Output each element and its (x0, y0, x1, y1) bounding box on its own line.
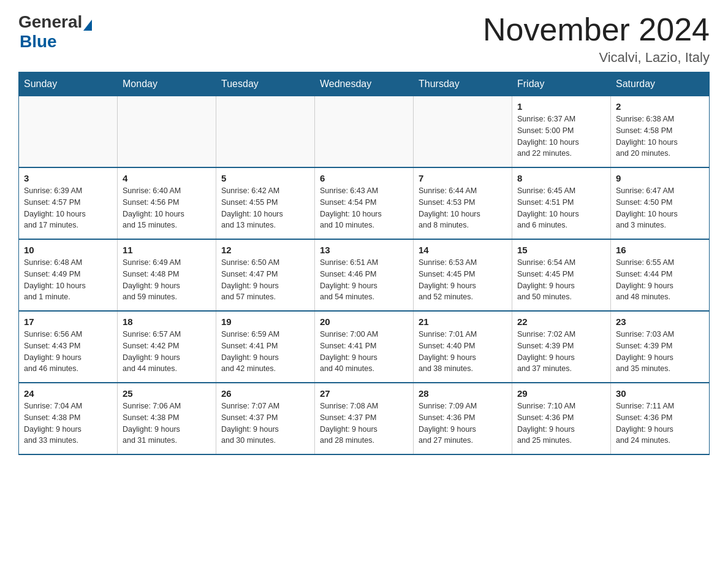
day-number: 21 (419, 316, 507, 327)
calendar-day-cell: 5Sunrise: 6:42 AMSunset: 4:55 PMDaylight… (216, 167, 315, 239)
weekday-header-row: SundayMondayTuesdayWednesdayThursdayFrid… (19, 72, 710, 96)
day-number: 10 (24, 245, 112, 255)
calendar-day-cell: 28Sunrise: 7:09 AMSunset: 4:36 PMDayligh… (414, 383, 512, 454)
calendar-day-cell: 21Sunrise: 7:01 AMSunset: 4:40 PMDayligh… (414, 311, 512, 383)
day-number: 11 (123, 245, 211, 255)
logo: General Blue (18, 12, 92, 52)
day-info: Sunrise: 7:09 AMSunset: 4:36 PMDaylight:… (419, 400, 507, 446)
day-info: Sunrise: 6:47 AMSunset: 4:50 PMDaylight:… (616, 185, 704, 231)
weekday-header-friday: Friday (512, 72, 611, 96)
calendar-day-cell (118, 96, 216, 168)
calendar-day-cell: 4Sunrise: 6:40 AMSunset: 4:56 PMDaylight… (118, 167, 216, 239)
calendar-week-row: 10Sunrise: 6:48 AMSunset: 4:49 PMDayligh… (19, 239, 710, 311)
day-info: Sunrise: 7:04 AMSunset: 4:38 PMDaylight:… (24, 400, 112, 446)
day-number: 22 (517, 316, 605, 327)
calendar-day-cell: 15Sunrise: 6:54 AMSunset: 4:45 PMDayligh… (512, 239, 611, 311)
calendar-day-cell: 19Sunrise: 6:59 AMSunset: 4:41 PMDayligh… (216, 311, 315, 383)
weekday-header-wednesday: Wednesday (315, 72, 414, 96)
day-info: Sunrise: 6:51 AMSunset: 4:46 PMDaylight:… (320, 257, 408, 303)
day-number: 15 (517, 245, 605, 255)
calendar-day-cell: 27Sunrise: 7:08 AMSunset: 4:37 PMDayligh… (315, 383, 414, 454)
calendar-day-cell (315, 96, 414, 168)
weekday-header-sunday: Sunday (19, 72, 118, 96)
day-number: 26 (221, 388, 309, 399)
calendar-day-cell: 22Sunrise: 7:02 AMSunset: 4:39 PMDayligh… (512, 311, 611, 383)
day-info: Sunrise: 7:01 AMSunset: 4:40 PMDaylight:… (419, 329, 507, 375)
calendar-day-cell (19, 96, 118, 168)
calendar-header: SundayMondayTuesdayWednesdayThursdayFrid… (19, 72, 710, 96)
calendar-table: SundayMondayTuesdayWednesdayThursdayFrid… (18, 72, 710, 455)
day-number: 16 (616, 245, 704, 255)
day-number: 6 (320, 173, 408, 183)
calendar-day-cell: 30Sunrise: 7:11 AMSunset: 4:36 PMDayligh… (611, 383, 710, 454)
day-info: Sunrise: 7:11 AMSunset: 4:36 PMDaylight:… (616, 400, 704, 446)
day-info: Sunrise: 7:08 AMSunset: 4:37 PMDaylight:… (320, 400, 408, 446)
day-number: 29 (517, 388, 605, 399)
day-info: Sunrise: 7:02 AMSunset: 4:39 PMDaylight:… (517, 329, 605, 375)
calendar-day-cell: 12Sunrise: 6:50 AMSunset: 4:47 PMDayligh… (216, 239, 315, 311)
calendar-day-cell (414, 96, 512, 168)
logo-blue-text: Blue (20, 32, 57, 52)
calendar-day-cell: 3Sunrise: 6:39 AMSunset: 4:57 PMDaylight… (19, 167, 118, 239)
day-number: 9 (616, 173, 704, 183)
day-number: 5 (221, 173, 309, 183)
day-info: Sunrise: 6:44 AMSunset: 4:53 PMDaylight:… (419, 185, 507, 231)
day-info: Sunrise: 6:42 AMSunset: 4:55 PMDaylight:… (221, 185, 309, 231)
weekday-header-saturday: Saturday (611, 72, 710, 96)
calendar-day-cell: 13Sunrise: 6:51 AMSunset: 4:46 PMDayligh… (315, 239, 414, 311)
day-number: 18 (123, 316, 211, 327)
day-number: 14 (419, 245, 507, 255)
day-info: Sunrise: 6:54 AMSunset: 4:45 PMDaylight:… (517, 257, 605, 303)
day-info: Sunrise: 6:38 AMSunset: 4:58 PMDaylight:… (616, 113, 704, 159)
calendar-day-cell: 8Sunrise: 6:45 AMSunset: 4:51 PMDaylight… (512, 167, 611, 239)
calendar-week-row: 3Sunrise: 6:39 AMSunset: 4:57 PMDaylight… (19, 167, 710, 239)
day-info: Sunrise: 6:57 AMSunset: 4:42 PMDaylight:… (123, 329, 211, 375)
day-info: Sunrise: 7:03 AMSunset: 4:39 PMDaylight:… (616, 329, 704, 375)
calendar-day-cell: 7Sunrise: 6:44 AMSunset: 4:53 PMDaylight… (414, 167, 512, 239)
day-info: Sunrise: 6:56 AMSunset: 4:43 PMDaylight:… (24, 329, 112, 375)
calendar-day-cell: 18Sunrise: 6:57 AMSunset: 4:42 PMDayligh… (118, 311, 216, 383)
calendar-day-cell: 6Sunrise: 6:43 AMSunset: 4:54 PMDaylight… (315, 167, 414, 239)
day-info: Sunrise: 7:00 AMSunset: 4:41 PMDaylight:… (320, 329, 408, 375)
calendar-day-cell: 1Sunrise: 6:37 AMSunset: 5:00 PMDaylight… (512, 96, 611, 168)
day-info: Sunrise: 7:07 AMSunset: 4:37 PMDaylight:… (221, 400, 309, 446)
day-number: 24 (24, 388, 112, 399)
title-area: November 2024 Vicalvi, Lazio, Italy (483, 12, 710, 66)
calendar-week-row: 17Sunrise: 6:56 AMSunset: 4:43 PMDayligh… (19, 311, 710, 383)
weekday-header-thursday: Thursday (414, 72, 512, 96)
day-number: 13 (320, 245, 408, 255)
day-info: Sunrise: 6:59 AMSunset: 4:41 PMDaylight:… (221, 329, 309, 375)
calendar-day-cell: 14Sunrise: 6:53 AMSunset: 4:45 PMDayligh… (414, 239, 512, 311)
day-number: 12 (221, 245, 309, 255)
calendar-day-cell: 23Sunrise: 7:03 AMSunset: 4:39 PMDayligh… (611, 311, 710, 383)
day-info: Sunrise: 6:48 AMSunset: 4:49 PMDaylight:… (24, 257, 112, 303)
calendar-day-cell: 17Sunrise: 6:56 AMSunset: 4:43 PMDayligh… (19, 311, 118, 383)
calendar-day-cell: 2Sunrise: 6:38 AMSunset: 4:58 PMDaylight… (611, 96, 710, 168)
day-info: Sunrise: 6:37 AMSunset: 5:00 PMDaylight:… (517, 113, 605, 159)
day-number: 23 (616, 316, 704, 327)
calendar-day-cell: 29Sunrise: 7:10 AMSunset: 4:36 PMDayligh… (512, 383, 611, 454)
calendar-day-cell: 9Sunrise: 6:47 AMSunset: 4:50 PMDaylight… (611, 167, 710, 239)
calendar-day-cell: 11Sunrise: 6:49 AMSunset: 4:48 PMDayligh… (118, 239, 216, 311)
page-header: General Blue November 2024 Vicalvi, Lazi… (18, 12, 710, 66)
day-info: Sunrise: 6:40 AMSunset: 4:56 PMDaylight:… (123, 185, 211, 231)
day-number: 4 (123, 173, 211, 183)
calendar-day-cell: 20Sunrise: 7:00 AMSunset: 4:41 PMDayligh… (315, 311, 414, 383)
day-info: Sunrise: 7:06 AMSunset: 4:38 PMDaylight:… (123, 400, 211, 446)
day-number: 19 (221, 316, 309, 327)
day-info: Sunrise: 6:39 AMSunset: 4:57 PMDaylight:… (24, 185, 112, 231)
month-title: November 2024 (483, 12, 710, 47)
location-subtitle: Vicalvi, Lazio, Italy (483, 50, 710, 66)
weekday-header-tuesday: Tuesday (216, 72, 315, 96)
day-info: Sunrise: 6:45 AMSunset: 4:51 PMDaylight:… (517, 185, 605, 231)
day-info: Sunrise: 6:49 AMSunset: 4:48 PMDaylight:… (123, 257, 211, 303)
day-number: 17 (24, 316, 112, 327)
day-number: 3 (24, 173, 112, 183)
weekday-header-monday: Monday (118, 72, 216, 96)
calendar-week-row: 24Sunrise: 7:04 AMSunset: 4:38 PMDayligh… (19, 383, 710, 454)
day-number: 8 (517, 173, 605, 183)
calendar-day-cell: 25Sunrise: 7:06 AMSunset: 4:38 PMDayligh… (118, 383, 216, 454)
day-number: 2 (616, 101, 704, 112)
calendar-day-cell (216, 96, 315, 168)
day-number: 7 (419, 173, 507, 183)
